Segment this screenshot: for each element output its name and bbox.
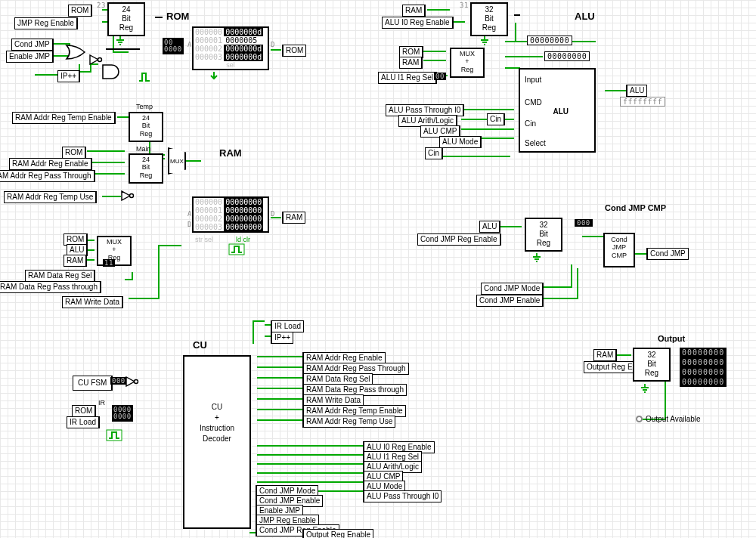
and-gate-icon	[102, 64, 122, 79]
cu-fsm-val: 000	[110, 377, 127, 385]
pin-alu-i1-reg-sel: ALU I1 Reg Sel	[378, 72, 437, 84]
pin-cond-jmp-out: Cond JMP	[646, 248, 689, 260]
ram-data-2: 00000000	[224, 215, 263, 223]
alu-port-input: Input	[525, 76, 541, 84]
pin-alu-mux-ram: RAM	[399, 57, 423, 69]
label-31: 31	[460, 2, 469, 9]
block-alu: ALU Input CMD Cin Select	[519, 68, 596, 153]
svg-point-3	[135, 380, 138, 384]
clock-icon-3	[106, 429, 122, 441]
arrow-down-icon	[209, 72, 219, 81]
pin-alu-i0-reg-enable: ALU I0 Reg Enable	[382, 17, 454, 29]
svg-point-1	[130, 194, 134, 198]
block-output-32reg: 32 Bit Reg	[633, 348, 671, 382]
label-main: Main	[136, 145, 151, 153]
pin-cu-ir-load: IR Load	[271, 320, 304, 332]
block-cond-jmp-cmp: Cond JMP CMP	[603, 233, 635, 267]
alu-inner-label: ALU	[553, 107, 569, 116]
cond-bus: 000	[575, 219, 593, 227]
ram-addr-1: 000001	[194, 206, 224, 215]
rom-addr-0: 000000	[194, 28, 224, 36]
rom-addr-1: 000001	[194, 36, 224, 45]
pin-ram-data-reg-sel: RAM Data Reg Sel	[25, 270, 95, 282]
pin-cond-jmp: Cond JMP	[11, 39, 54, 51]
ram-memory: 00000000000000 00000100000000 0000020000…	[192, 196, 269, 233]
not-gate-icon	[89, 54, 103, 65]
ram-addr-3: 000003	[194, 223, 224, 231]
pin-cu-rom: ROM	[72, 405, 96, 417]
not-gate-icon-3	[125, 376, 139, 387]
label-23: 23	[97, 2, 106, 9]
section-title-alu: ALU	[575, 11, 595, 22]
pin-ram-write-data: RAM Write Data	[62, 296, 123, 308]
section-title-condjmp: Cond JMP CMP	[605, 203, 666, 212]
rom-data-0: 0000000d	[224, 28, 263, 36]
pin-alu-cin: Cin	[425, 147, 443, 159]
pin-ip-plus: IP++	[57, 70, 80, 82]
pin-cond-reg-enable: Cond JMP Reg Enable	[417, 233, 501, 246]
ground-icon-4	[640, 384, 650, 393]
pin-alu-out: ALU	[626, 85, 647, 97]
output-available-label: Output Available	[646, 415, 701, 423]
ram-strsel: str sel	[195, 236, 213, 243]
pin-cu-ram-6: RAM Addr Reg Temp Use	[302, 416, 395, 428]
ram-port-a: A	[187, 210, 192, 218]
pin-alu-cin-s: Cin	[487, 113, 505, 125]
pin-cu-alu-5: ALU Pass Through I0	[363, 490, 442, 502]
rom-data-3: 0000000d	[224, 53, 263, 61]
block-alu-muxreg: MUX + Reg	[450, 48, 485, 78]
pin-cu-ir-load: IR Load	[67, 416, 100, 428]
rom-addr-3: 000003	[194, 53, 224, 61]
rom-data-2: 0000000d	[224, 45, 263, 53]
clock-icon-2	[228, 243, 245, 255]
pin-ram-in2: RAM	[64, 255, 87, 267]
not-gate-icon-2	[121, 190, 135, 201]
section-title-output: Output	[658, 334, 685, 343]
seg-row-2: 00000000	[680, 367, 727, 377]
pin-ram-addr-temp-enable: RAM Addr Reg Temp Enable	[12, 112, 116, 124]
ir-disp: 0000 0000	[112, 405, 133, 422]
ram-addr-0: 000000	[194, 198, 224, 206]
label-ir: IR	[98, 399, 105, 407]
rom-data-1: 0000005	[224, 36, 259, 45]
block-ram-main-reg: 24 Bit Reg	[129, 153, 163, 184]
pin-cond-alu: ALU	[479, 221, 500, 233]
pin-cu-ip-plus: IP++	[271, 332, 293, 344]
seg-row-3: 00000000	[680, 377, 727, 387]
ram-port-d-out: D	[271, 210, 275, 218]
pin-ram-addr-reg-enable: RAM Addr Reg Enable	[9, 158, 92, 170]
ground-icon-3	[479, 36, 490, 45]
ram-data-0: 00000000	[224, 198, 263, 206]
svg-point-0	[98, 58, 102, 62]
pin-alu-mode: ALU Mode	[439, 136, 482, 148]
ram-data-3: 00000000	[224, 223, 263, 231]
rom-memory: 0000000000000d 0000010000005 00000200000…	[192, 26, 269, 70]
alu-bus1: 00000000	[544, 51, 590, 61]
section-title-rom: ROM	[166, 11, 189, 22]
block-cu-decoder: CU + Instruction Decoder	[183, 355, 251, 529]
clock-icon	[138, 72, 150, 82]
rom-addr-2: 000002	[194, 45, 224, 53]
ram-port-d-in: D	[187, 221, 192, 228]
pin-cond-jmp-mode: Cond JMP Mode	[481, 283, 544, 295]
ram-addr-2: 000002	[194, 215, 224, 223]
seven-seg-display: 00000000 00000000 00000000 00000000	[680, 348, 727, 387]
pin-output-ram: RAM	[593, 349, 617, 361]
pin-jmp-reg-enable: JMP Reg Enable	[14, 17, 78, 29]
alu-port-select: Select	[525, 139, 546, 147]
pin-ram-addr-temp-use: RAM Addr Reg Temp Use	[4, 191, 97, 203]
pin-cu-out-0: Output Reg Enable	[302, 529, 373, 538]
block-cond-32reg: 32 Bit Reg	[525, 218, 562, 252]
pin-ram-data-reg-pass: RAM Data Reg Pass through	[0, 281, 101, 293]
block-ram-temp-reg: 24 Bit Reg	[129, 112, 163, 142]
pin-ram-addr-reg-pass: RAM Addr Reg Pass Through	[0, 170, 95, 182]
seg-row-0: 00000000	[680, 348, 727, 357]
ram-mux-sel: 11	[103, 259, 115, 267]
block-rom-24bit-reg: 24 Bit Reg	[107, 2, 145, 36]
alu-out-val: ffffffff	[620, 97, 665, 107]
rom-sel-label: sel	[194, 61, 268, 69]
pin-rom-2: ROM	[62, 147, 86, 159]
pin-alu-ram: RAM	[402, 5, 426, 17]
pin-ram-out: RAM	[282, 212, 305, 224]
ram-ldclr: ld clr	[236, 236, 250, 243]
